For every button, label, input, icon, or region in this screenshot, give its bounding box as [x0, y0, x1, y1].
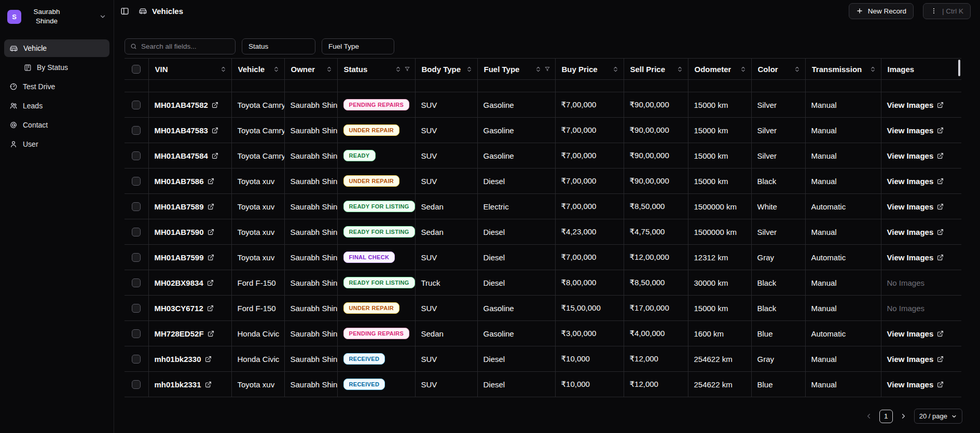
row-checkbox[interactable] — [132, 228, 141, 236]
row-checkbox[interactable] — [132, 202, 141, 211]
column-header[interactable]: Odometer — [688, 59, 751, 80]
row-checkbox[interactable] — [132, 380, 141, 389]
sort-icon[interactable] — [326, 66, 333, 73]
row-checkbox[interactable] — [132, 278, 141, 287]
view-images-link[interactable]: View Images — [887, 101, 944, 109]
vehicle-cell: Toyota xuv — [231, 219, 284, 245]
sort-icon[interactable] — [395, 66, 402, 73]
column-header[interactable]: Vehicle — [231, 59, 284, 80]
view-images-link[interactable]: View Images — [887, 151, 944, 160]
vin-link[interactable]: MH03CY6712 — [155, 304, 214, 313]
status-badge: UNDER REPAIR — [343, 175, 400, 187]
row-checkbox[interactable] — [132, 151, 141, 160]
select-all-checkbox[interactable] — [132, 65, 141, 74]
view-images-link[interactable]: View Images — [887, 355, 944, 364]
vin-link[interactable]: MH01AB7589 — [155, 202, 214, 211]
vin-link[interactable]: MH728ED52F — [155, 329, 214, 338]
column-header[interactable]: Fuel Type — [477, 59, 555, 80]
vin-text: MH01AB7599 — [155, 253, 204, 262]
column-header[interactable]: Sell Price — [624, 59, 688, 80]
sort-icon[interactable] — [794, 66, 800, 73]
filter-icon[interactable] — [544, 66, 550, 72]
vin-link[interactable]: MH01AB47584 — [155, 151, 218, 160]
view-images-link[interactable]: View Images — [887, 177, 944, 186]
row-checkbox[interactable] — [132, 177, 141, 186]
external-link-icon — [212, 152, 218, 159]
vin-link[interactable]: mh01bk2331 — [155, 380, 212, 389]
vin-link[interactable]: MH01AB47583 — [155, 126, 218, 135]
sort-icon[interactable] — [677, 66, 683, 73]
sidebar-item-user[interactable]: User — [4, 135, 109, 153]
vehicle-cell: Toyota Camry — [231, 143, 284, 169]
sidebar-item-leads[interactable]: Leads — [4, 97, 109, 115]
panel-left-icon — [120, 7, 129, 16]
sort-icon[interactable] — [220, 66, 227, 73]
column-header[interactable]: Images — [881, 59, 961, 80]
body-type-cell: SUV — [415, 296, 477, 321]
status-badge: RECEIVED — [343, 353, 385, 365]
user-icon — [9, 140, 18, 148]
prev-page-button[interactable] — [864, 411, 874, 421]
body-type-cell: Sedan — [415, 321, 477, 346]
vehicle-cell: Toyota xuv — [231, 245, 284, 270]
view-images-link[interactable]: View Images — [887, 380, 944, 389]
fuel-type-filter[interactable]: Fuel Type — [322, 38, 394, 54]
vin-link[interactable]: MH01AB7590 — [155, 228, 214, 236]
view-images-link[interactable]: View Images — [887, 329, 944, 338]
column-header[interactable]: Body Type — [415, 59, 477, 80]
view-images-text: View Images — [887, 355, 934, 364]
status-filter[interactable]: Status — [242, 38, 315, 54]
chevron-down-icon — [951, 413, 957, 420]
search-input[interactable] — [141, 43, 230, 50]
view-images-link[interactable]: View Images — [887, 228, 944, 236]
status-badge: UNDER REPAIR — [343, 302, 400, 314]
sort-icon[interactable] — [740, 66, 747, 73]
page-size-select[interactable]: 20 / page — [914, 409, 962, 424]
vin-link[interactable]: mh01bk2330 — [155, 355, 212, 364]
sort-icon[interactable] — [273, 66, 280, 73]
user-menu[interactable]: S Saurabh Shinde — [4, 6, 109, 27]
row-checkbox[interactable] — [132, 304, 141, 313]
column-header[interactable]: VIN — [148, 59, 231, 80]
row-checkbox[interactable] — [132, 355, 141, 364]
vin-link[interactable]: MH01AB7599 — [155, 253, 214, 262]
sidebar-item-by-status[interactable]: By Status — [19, 59, 109, 76]
page-number-button[interactable]: 1 — [879, 410, 893, 423]
sidebar-item-test-drive[interactable]: Test Drive — [4, 78, 109, 95]
sort-icon[interactable] — [535, 66, 542, 73]
external-link-icon — [208, 330, 214, 337]
vin-link[interactable]: MH01AB47582 — [155, 101, 218, 109]
command-menu-button[interactable]: | Ctrl K — [923, 3, 971, 19]
vin-text: MH01AB7589 — [155, 202, 204, 211]
sidebar-toggle-button[interactable] — [118, 5, 131, 18]
color-cell: Silver — [751, 92, 805, 118]
column-header[interactable]: Color — [751, 59, 805, 80]
scrollbar-thumb[interactable] — [958, 60, 960, 76]
vin-link[interactable]: MH01AB7586 — [155, 177, 214, 186]
view-images-link[interactable]: View Images — [887, 202, 944, 211]
new-record-button[interactable]: New Record — [849, 3, 914, 19]
column-header[interactable]: Buy Price — [555, 59, 624, 80]
view-images-text: View Images — [887, 101, 934, 109]
row-checkbox[interactable] — [132, 126, 141, 135]
owner-cell: Saurabh Shinde — [284, 118, 337, 143]
row-checkbox[interactable] — [132, 253, 141, 262]
filter-icon[interactable] — [404, 66, 410, 72]
sort-icon[interactable] — [869, 66, 876, 73]
row-checkbox[interactable] — [132, 101, 141, 109]
status-badge: PENDING REPAIRS — [343, 99, 410, 110]
vin-link[interactable]: MH02BX9834 — [155, 278, 214, 287]
column-header[interactable]: Status — [337, 59, 415, 80]
view-images-link[interactable]: View Images — [887, 253, 944, 262]
buy-price-cell: ₹8,00,000 — [555, 270, 624, 296]
next-page-button[interactable] — [899, 411, 908, 421]
sort-icon[interactable] — [466, 66, 473, 73]
fuel-type-cell: Electric — [477, 194, 555, 219]
view-images-link[interactable]: View Images — [887, 126, 944, 135]
column-header[interactable]: Owner — [284, 59, 337, 80]
sidebar-item-contact[interactable]: Contact — [4, 116, 109, 134]
column-header[interactable]: Transmission — [805, 59, 881, 80]
sort-icon[interactable] — [612, 66, 619, 73]
sidebar-item-vehicle[interactable]: Vehicle — [4, 39, 109, 57]
row-checkbox[interactable] — [132, 329, 141, 338]
